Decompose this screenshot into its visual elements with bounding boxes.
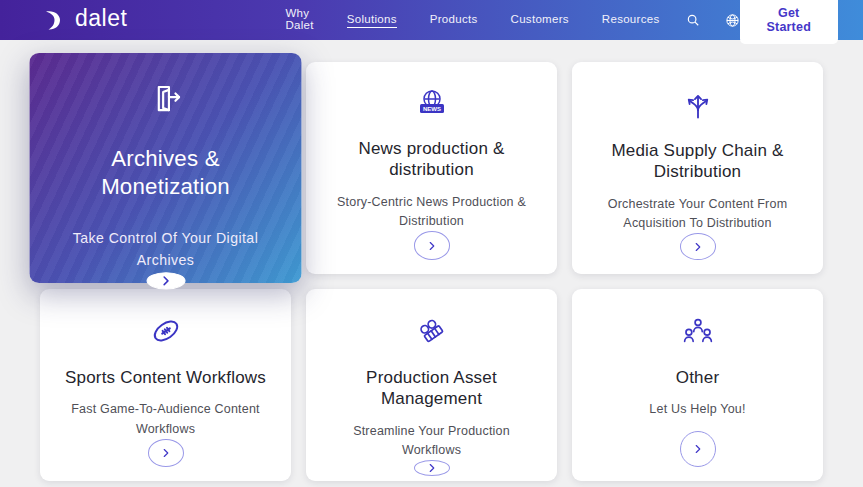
- solution-card-sports-content[interactable]: Sports Content Workflows Fast Game-To-Au…: [40, 289, 291, 481]
- card-title: Media Supply Chain & Distribution: [588, 140, 807, 183]
- svg-text:NEWS: NEWS: [423, 106, 441, 112]
- distribution-branches-icon: [683, 88, 713, 120]
- card-title: Sports Content Workflows: [65, 367, 266, 388]
- card-arrow-button[interactable]: [414, 460, 450, 476]
- solutions-mega-menu: Archives & Monetization Take Control Of …: [0, 40, 863, 487]
- dalet-logo-icon: [40, 7, 66, 33]
- nav-icon-group: [686, 13, 740, 28]
- dalet-logo[interactable]: dalet: [40, 7, 127, 33]
- card-arrow-button[interactable]: [414, 231, 450, 260]
- card-subtitle: Fast Game-To-Audience Content Workflows: [56, 400, 275, 439]
- card-arrow-button[interactable]: [148, 439, 184, 467]
- card-arrow-button[interactable]: [680, 431, 716, 467]
- news-desk-icon: NEWS: [415, 88, 449, 118]
- top-navbar: dalet Why Dalet Solutions Products Custo…: [0, 0, 863, 40]
- main-nav: Why Dalet Solutions Products Customers R…: [285, 7, 659, 34]
- nav-item-why-dalet[interactable]: Why Dalet: [285, 7, 313, 34]
- solution-card-news-production[interactable]: NEWS News production & distribution Stor…: [306, 62, 557, 274]
- search-icon[interactable]: [686, 13, 700, 27]
- card-subtitle: Take Control Of Your Digital Archives: [47, 228, 285, 272]
- card-subtitle: Let Us Help You!: [649, 400, 745, 419]
- solution-card-archives-monetization[interactable]: Archives & Monetization Take Control Of …: [29, 53, 301, 283]
- globe-icon[interactable]: [725, 13, 740, 28]
- exit-door-icon: [148, 81, 183, 116]
- card-subtitle: Orchestrate Your Content From Acquisitio…: [588, 195, 807, 234]
- logo-text: dalet: [75, 7, 127, 33]
- card-subtitle: Story-Centric News Production & Distribu…: [322, 193, 541, 232]
- card-arrow-button[interactable]: [146, 272, 185, 289]
- card-title: Production Asset Management: [322, 367, 541, 410]
- card-arrow-button[interactable]: [680, 233, 716, 260]
- solution-card-production-asset-management[interactable]: Production Asset Management Streamline Y…: [306, 289, 557, 481]
- nav-item-customers[interactable]: Customers: [511, 13, 569, 28]
- nav-item-products[interactable]: Products: [430, 13, 478, 28]
- nav-item-resources[interactable]: Resources: [602, 13, 660, 28]
- card-subtitle: Streamline Your Production Workflows: [322, 422, 541, 461]
- get-started-button[interactable]: Get Started: [740, 0, 838, 44]
- football-icon: [149, 315, 183, 347]
- solution-card-other[interactable]: Other Let Us Help You!: [572, 289, 823, 481]
- solutions-card-grid: Archives & Monetization Take Control Of …: [40, 62, 823, 481]
- card-title: Other: [676, 367, 720, 388]
- card-title: News production & distribution: [322, 138, 541, 181]
- card-title: Archives & Monetization: [47, 144, 285, 200]
- solution-card-media-supply-chain[interactable]: Media Supply Chain & Distribution Orches…: [572, 62, 823, 274]
- people-group-icon: [681, 315, 715, 347]
- film-production-icon: [414, 315, 450, 347]
- nav-item-solutions[interactable]: Solutions: [347, 13, 397, 28]
